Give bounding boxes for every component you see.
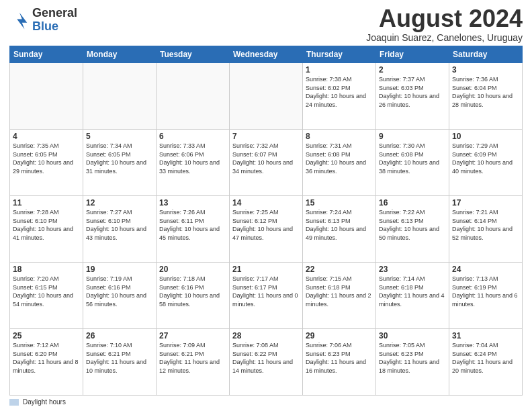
calendar-cell: 29Sunrise: 7:06 AM Sunset: 6:23 PM Dayli… <box>303 329 376 396</box>
day-number: 11 <box>13 198 80 208</box>
month-title: August 2024 <box>366 7 523 31</box>
calendar-header-friday: Friday <box>376 46 449 63</box>
logo-general-text: General <box>32 7 77 20</box>
calendar-cell: 31Sunrise: 7:04 AM Sunset: 6:24 PM Dayli… <box>449 329 523 396</box>
calendar-header-sunday: Sunday <box>10 46 83 63</box>
logo-text: General Blue <box>32 7 77 34</box>
day-info: Sunrise: 7:34 AM Sunset: 6:05 PM Dayligh… <box>86 142 153 175</box>
day-info: Sunrise: 7:19 AM Sunset: 6:16 PM Dayligh… <box>86 275 153 308</box>
day-info: Sunrise: 7:28 AM Sunset: 6:10 PM Dayligh… <box>13 208 80 242</box>
logo-icon <box>9 10 30 30</box>
day-info: Sunrise: 7:36 AM Sunset: 6:04 PM Dayligh… <box>452 75 519 109</box>
calendar-cell: 24Sunrise: 7:13 AM Sunset: 6:19 PM Dayli… <box>449 263 523 329</box>
day-number: 23 <box>379 265 446 274</box>
calendar-cell: 16Sunrise: 7:22 AM Sunset: 6:13 PM Dayli… <box>376 196 449 263</box>
calendar-cell: 8Sunrise: 7:31 AM Sunset: 6:08 PM Daylig… <box>303 130 376 196</box>
header: General Blue August 2024 Joaquin Suarez,… <box>9 7 523 43</box>
day-number: 2 <box>379 65 446 75</box>
calendar-header-thursday: Thursday <box>303 46 376 63</box>
calendar-header-tuesday: Tuesday <box>157 46 230 63</box>
day-number: 6 <box>159 132 226 141</box>
day-info: Sunrise: 7:21 AM Sunset: 6:14 PM Dayligh… <box>452 208 519 242</box>
day-number: 21 <box>232 265 300 274</box>
day-number: 29 <box>306 331 373 340</box>
day-info: Sunrise: 7:06 AM Sunset: 6:23 PM Dayligh… <box>306 341 373 375</box>
calendar-week-3: 11Sunrise: 7:28 AM Sunset: 6:10 PM Dayli… <box>10 196 523 263</box>
calendar-week-2: 4Sunrise: 7:35 AM Sunset: 6:05 PM Daylig… <box>10 130 523 196</box>
calendar-cell: 25Sunrise: 7:12 AM Sunset: 6:20 PM Dayli… <box>10 329 83 396</box>
calendar-week-5: 25Sunrise: 7:12 AM Sunset: 6:20 PM Dayli… <box>10 329 523 396</box>
day-number: 12 <box>86 198 153 208</box>
day-info: Sunrise: 7:05 AM Sunset: 6:23 PM Dayligh… <box>379 341 446 375</box>
calendar-cell: 22Sunrise: 7:15 AM Sunset: 6:18 PM Dayli… <box>303 263 376 329</box>
calendar-cell: 28Sunrise: 7:08 AM Sunset: 6:22 PM Dayli… <box>230 329 303 396</box>
legend-box <box>9 399 19 406</box>
day-number: 15 <box>306 198 373 208</box>
calendar-cell: 12Sunrise: 7:27 AM Sunset: 6:10 PM Dayli… <box>83 196 157 263</box>
logo: General Blue <box>9 7 77 34</box>
day-number: 25 <box>13 331 80 340</box>
calendar-cell: 14Sunrise: 7:25 AM Sunset: 6:12 PM Dayli… <box>230 196 303 263</box>
title-block: August 2024 Joaquin Suarez, Canelones, U… <box>366 7 523 43</box>
calendar-header-row: SundayMondayTuesdayWednesdayThursdayFrid… <box>10 46 523 63</box>
day-info: Sunrise: 7:33 AM Sunset: 6:06 PM Dayligh… <box>159 142 226 175</box>
calendar-table: SundayMondayTuesdayWednesdayThursdayFrid… <box>9 46 523 396</box>
day-number: 30 <box>379 331 446 340</box>
location: Joaquin Suarez, Canelones, Uruguay <box>366 32 523 43</box>
calendar-cell: 5Sunrise: 7:34 AM Sunset: 6:05 PM Daylig… <box>83 130 157 196</box>
calendar-cell: 2Sunrise: 7:37 AM Sunset: 6:03 PM Daylig… <box>376 63 449 130</box>
day-number: 8 <box>306 132 373 141</box>
day-info: Sunrise: 7:35 AM Sunset: 6:05 PM Dayligh… <box>13 142 80 175</box>
calendar-cell: 17Sunrise: 7:21 AM Sunset: 6:14 PM Dayli… <box>449 196 523 263</box>
day-number: 1 <box>306 65 373 75</box>
day-number: 28 <box>232 331 300 340</box>
day-info: Sunrise: 7:37 AM Sunset: 6:03 PM Dayligh… <box>379 75 446 109</box>
day-number: 20 <box>159 265 226 274</box>
day-info: Sunrise: 7:10 AM Sunset: 6:21 PM Dayligh… <box>86 341 153 375</box>
calendar-cell: 10Sunrise: 7:29 AM Sunset: 6:09 PM Dayli… <box>449 130 523 196</box>
calendar-cell: 13Sunrise: 7:26 AM Sunset: 6:11 PM Dayli… <box>157 196 230 263</box>
day-number: 3 <box>452 65 519 75</box>
calendar-cell <box>157 63 230 130</box>
day-number: 26 <box>86 331 153 340</box>
calendar-header-wednesday: Wednesday <box>230 46 303 63</box>
day-number: 18 <box>13 265 80 274</box>
calendar-cell: 26Sunrise: 7:10 AM Sunset: 6:21 PM Dayli… <box>83 329 157 396</box>
day-number: 16 <box>379 198 446 208</box>
legend-label: Daylight hours <box>23 398 66 406</box>
day-info: Sunrise: 7:30 AM Sunset: 6:08 PM Dayligh… <box>379 142 446 175</box>
day-number: 4 <box>13 132 80 141</box>
calendar-cell: 30Sunrise: 7:05 AM Sunset: 6:23 PM Dayli… <box>376 329 449 396</box>
day-number: 10 <box>452 132 519 141</box>
day-number: 14 <box>232 198 300 208</box>
day-info: Sunrise: 7:15 AM Sunset: 6:18 PM Dayligh… <box>306 275 373 308</box>
calendar-cell: 3Sunrise: 7:36 AM Sunset: 6:04 PM Daylig… <box>449 63 523 130</box>
logo-blue-text: Blue <box>32 20 77 34</box>
day-number: 17 <box>452 198 519 208</box>
day-info: Sunrise: 7:14 AM Sunset: 6:18 PM Dayligh… <box>379 275 446 308</box>
calendar-cell: 4Sunrise: 7:35 AM Sunset: 6:05 PM Daylig… <box>10 130 83 196</box>
day-info: Sunrise: 7:32 AM Sunset: 6:07 PM Dayligh… <box>232 142 300 175</box>
legend: Daylight hours <box>9 398 523 406</box>
calendar-cell <box>230 63 303 130</box>
day-number: 7 <box>232 132 300 141</box>
day-number: 5 <box>86 132 153 141</box>
day-number: 19 <box>86 265 153 274</box>
calendar-week-1: 1Sunrise: 7:38 AM Sunset: 6:02 PM Daylig… <box>10 63 523 130</box>
day-info: Sunrise: 7:09 AM Sunset: 6:21 PM Dayligh… <box>159 341 226 375</box>
calendar-cell: 20Sunrise: 7:18 AM Sunset: 6:16 PM Dayli… <box>157 263 230 329</box>
day-info: Sunrise: 7:20 AM Sunset: 6:15 PM Dayligh… <box>13 275 80 308</box>
calendar-cell: 7Sunrise: 7:32 AM Sunset: 6:07 PM Daylig… <box>230 130 303 196</box>
day-info: Sunrise: 7:04 AM Sunset: 6:24 PM Dayligh… <box>452 341 519 375</box>
calendar-cell: 27Sunrise: 7:09 AM Sunset: 6:21 PM Dayli… <box>157 329 230 396</box>
calendar-cell <box>10 63 83 130</box>
calendar-cell: 23Sunrise: 7:14 AM Sunset: 6:18 PM Dayli… <box>376 263 449 329</box>
calendar-cell: 19Sunrise: 7:19 AM Sunset: 6:16 PM Dayli… <box>83 263 157 329</box>
calendar-cell: 21Sunrise: 7:17 AM Sunset: 6:17 PM Dayli… <box>230 263 303 329</box>
day-info: Sunrise: 7:29 AM Sunset: 6:09 PM Dayligh… <box>452 142 519 175</box>
day-number: 22 <box>306 265 373 274</box>
day-info: Sunrise: 7:12 AM Sunset: 6:20 PM Dayligh… <box>13 341 80 375</box>
calendar-header-saturday: Saturday <box>449 46 523 63</box>
calendar-cell: 1Sunrise: 7:38 AM Sunset: 6:02 PM Daylig… <box>303 63 376 130</box>
calendar-cell: 11Sunrise: 7:28 AM Sunset: 6:10 PM Dayli… <box>10 196 83 263</box>
